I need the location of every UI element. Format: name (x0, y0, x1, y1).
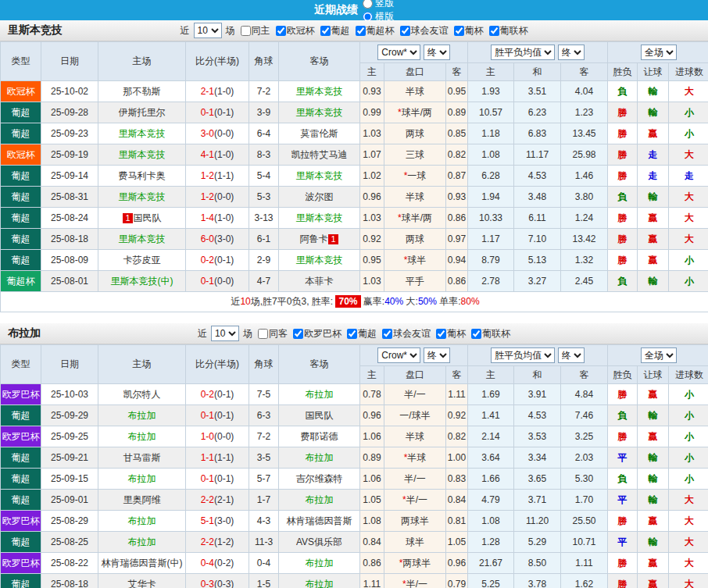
home-team[interactable]: 里斯本竞技 (119, 191, 166, 202)
same-venue-checkbox[interactable] (241, 26, 251, 36)
away-team[interactable]: 里斯本竞技 (296, 212, 343, 223)
home-team[interactable]: 里奥阿维 (123, 494, 161, 505)
odds-provider-select[interactable]: Crow* (377, 347, 420, 363)
full-time-score[interactable]: 2-1 (201, 86, 214, 97)
away-team[interactable]: 里斯本竞技 (296, 255, 343, 265)
competition-filter[interactable]: 葡超 (343, 327, 377, 340)
home-team[interactable]: 布拉加 (128, 431, 156, 442)
competition-filter[interactable]: 欧罗巴杯 (289, 327, 341, 340)
home-team[interactable]: 伊斯托里尔 (119, 107, 166, 118)
full-time-score[interactable]: 0-1 (201, 473, 214, 484)
full-time-score[interactable]: 0-2 (201, 255, 214, 265)
away-team[interactable]: 阿鲁卡 (299, 233, 327, 244)
home-team[interactable]: 凯尔特人 (123, 389, 161, 400)
competition-checkbox[interactable] (276, 26, 286, 36)
competition-checkbox[interactable] (293, 329, 303, 339)
layout-option-0[interactable]: 竖版 (363, 0, 394, 10)
away-team[interactable]: 里斯本竞技 (296, 107, 343, 118)
full-time-score[interactable]: 1-2 (201, 170, 214, 181)
avg-odds-select[interactable]: 胜平负均值 (491, 45, 555, 60)
full-time-score[interactable]: 4-1 (201, 149, 214, 160)
home-team[interactable]: 国民队 (134, 212, 162, 223)
home-team[interactable]: 甘马雷斯 (123, 452, 161, 463)
full-time-score[interactable]: 1-4 (201, 212, 214, 223)
away-team[interactable]: 费耶诺德 (301, 431, 338, 442)
competition-checkbox[interactable] (489, 26, 499, 36)
full-time-score[interactable]: 3-0 (201, 128, 214, 139)
competition-filter[interactable]: 葡杯 (450, 24, 484, 37)
full-time-score[interactable]: 1-0 (201, 431, 214, 442)
home-team[interactable]: 里斯本竞技 (119, 233, 166, 244)
full-time-score[interactable]: 0-4 (201, 558, 214, 568)
away-team[interactable]: 布拉加 (306, 389, 334, 400)
competition-filter[interactable]: 球会友谊 (378, 327, 431, 340)
competition-filter[interactable]: 葡超 (316, 24, 350, 37)
away-team[interactable]: 波尔图 (306, 191, 334, 202)
full-time-score[interactable]: 2-2 (201, 494, 214, 505)
away-team[interactable]: 里斯本竞技 (296, 170, 343, 181)
away-team[interactable]: 莫雷伦斯 (301, 128, 338, 139)
home-team[interactable]: 里斯本竞技 (119, 128, 166, 139)
home-team[interactable]: 布拉加 (128, 473, 156, 484)
full-time-score[interactable]: 0-1 (201, 276, 214, 287)
competition-filter[interactable]: 欧冠杯 (272, 24, 315, 37)
competition-filter[interactable]: 葡杯 (432, 327, 466, 340)
full-time-score[interactable]: 0-2 (201, 389, 214, 400)
away-team[interactable]: 吉尔维森特 (296, 473, 343, 484)
odds-final-select[interactable]: 终 (424, 45, 450, 60)
competition-checkbox[interactable] (347, 329, 357, 339)
away-team[interactable]: 里斯本竞技 (296, 86, 343, 97)
home-team[interactable]: 费马利卡奥 (119, 170, 166, 181)
competition-checkbox[interactable] (320, 26, 331, 36)
competition-checkbox[interactable] (400, 26, 410, 36)
away-team[interactable]: 布拉加 (306, 452, 334, 463)
avg-final-select[interactable]: 终 (558, 347, 585, 363)
match-count-select[interactable]: 10 (211, 326, 239, 341)
away-team[interactable]: 林肯瑞德因普斯 (287, 515, 352, 526)
result-scope-select[interactable]: 全场 (641, 45, 677, 60)
competition-filter[interactable]: 葡联杯 (485, 24, 528, 37)
home-team[interactable]: 布拉加 (128, 536, 156, 547)
competition-checkbox[interactable] (454, 26, 464, 36)
full-time-score[interactable]: 0-1 (201, 107, 214, 118)
away-team[interactable]: 凯拉特艾马迪 (291, 149, 348, 160)
full-time-score[interactable]: 0-1 (201, 410, 214, 421)
team-name[interactable]: 布拉加 (8, 326, 41, 340)
layout-radio[interactable] (363, 0, 373, 9)
team-name[interactable]: 里斯本竞技 (8, 23, 63, 37)
competition-filter[interactable]: 葡联杯 (467, 327, 510, 340)
home-team[interactable]: 那不勒斯 (123, 86, 161, 97)
full-time-score[interactable]: 5-1 (201, 515, 214, 526)
home-team[interactable]: 艾华卡 (128, 579, 156, 588)
home-team[interactable]: 里斯本竞技(中) (111, 276, 173, 287)
avg-odds-select[interactable]: 胜平负均值 (491, 347, 555, 363)
avg-final-select[interactable]: 终 (558, 45, 585, 60)
away-team[interactable]: 布拉加 (306, 579, 334, 588)
odds-final-select[interactable]: 终 (424, 347, 450, 363)
result-scope-select[interactable]: 全场 (641, 347, 677, 363)
competition-checkbox[interactable] (471, 329, 481, 339)
away-team[interactable]: 布拉加 (306, 494, 334, 505)
same-venue-checkbox[interactable] (258, 329, 268, 339)
full-time-score[interactable]: 2-2 (201, 536, 214, 547)
away-team[interactable]: AVS俱乐部 (296, 536, 342, 547)
full-time-score[interactable]: 6-0 (201, 233, 214, 244)
odds-provider-select[interactable]: Crow* (377, 45, 420, 60)
away-team[interactable]: 本菲卡 (306, 276, 334, 287)
competition-checkbox[interactable] (356, 26, 366, 36)
home-team[interactable]: 布拉加 (128, 410, 156, 421)
competition-checkbox[interactable] (436, 329, 446, 339)
home-team[interactable]: 卡莎皮亚 (123, 255, 161, 265)
full-time-score[interactable]: 1-2 (201, 191, 214, 202)
full-time-score[interactable]: 0-3 (201, 579, 214, 588)
away-team[interactable]: 国民队 (306, 410, 334, 421)
same-venue-filter[interactable]: 同客 (254, 327, 288, 340)
match-count-select[interactable]: 10 (194, 23, 222, 38)
home-team[interactable]: 林肯瑞德因普斯(中) (102, 558, 183, 568)
competition-filter[interactable]: 葡超杯 (352, 24, 395, 37)
competition-filter[interactable]: 球会友谊 (396, 24, 449, 37)
same-venue-filter[interactable]: 同主 (237, 24, 270, 37)
competition-checkbox[interactable] (382, 329, 392, 339)
home-team[interactable]: 里斯本竞技 (119, 149, 166, 160)
away-team[interactable]: 布拉加 (306, 558, 334, 568)
